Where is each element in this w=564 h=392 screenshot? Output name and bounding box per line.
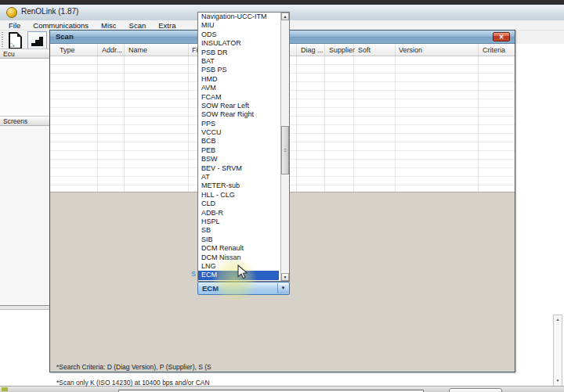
scan-window-title: Scan bbox=[56, 32, 74, 41]
app-title: RenOLink (1.87) bbox=[21, 7, 78, 16]
menu-file[interactable]: File bbox=[2, 21, 27, 30]
ecu-list-item-avm[interactable]: AVM bbox=[198, 84, 279, 92]
column-header-diag[interactable]: Diag ... bbox=[301, 46, 324, 54]
column-header-addr[interactable]: Addr... bbox=[102, 46, 122, 54]
ecu-list-item-sib[interactable]: SIB bbox=[198, 236, 279, 244]
sidebar-section-screens[interactable]: Screens bbox=[0, 116, 49, 126]
column-header-criteria[interactable]: Criteria bbox=[483, 46, 505, 54]
scan-protocol-note: *Scan only K (ISO 14230) at 10400 bps an… bbox=[56, 379, 210, 387]
page-scrollbar[interactable]: ▲ ▼ bbox=[553, 315, 562, 387]
mouse-cursor bbox=[237, 264, 249, 280]
ecu-list-item-bev-srvm[interactable]: BEV - SRVM bbox=[198, 164, 279, 173]
column-header-name[interactable]: Name bbox=[128, 46, 147, 54]
scrollbar-thumb[interactable]: ≡ bbox=[281, 126, 289, 174]
column-header-supplier[interactable]: Supplier bbox=[329, 46, 355, 54]
page-art bbox=[9, 32, 22, 49]
browse-addressing-button[interactable]: Browse... bbox=[449, 388, 502, 392]
ecu-list-item-dcm-nissan[interactable]: DCM Nissan bbox=[198, 254, 279, 262]
ecu-list-item-miu[interactable]: MIU bbox=[198, 21, 279, 30]
scroll-up-icon[interactable]: ▲ bbox=[281, 13, 289, 20]
column-separator bbox=[353, 44, 354, 192]
ecu-list-item-vccu[interactable]: VCCU bbox=[198, 128, 279, 137]
scroll-up-icon[interactable]: ▲ bbox=[554, 316, 562, 324]
screens-panel bbox=[0, 126, 50, 305]
ecu-dropdown-items: Navigation-UCC-ITMMIUODSINSULATORPSB DRB… bbox=[198, 13, 289, 280]
bottom-bar-chip bbox=[2, 387, 8, 391]
column-separator bbox=[324, 44, 325, 192]
ecu-list-item-cld[interactable]: CLD bbox=[198, 200, 279, 208]
column-separator bbox=[296, 44, 297, 192]
ecu-list-item-adb-r[interactable]: ADB-R bbox=[198, 209, 279, 218]
scroll-down-icon[interactable]: ▼ bbox=[281, 273, 289, 281]
ecu-list-item-psb-ps[interactable]: PSB PS bbox=[198, 66, 279, 74]
column-header-soft[interactable]: Soft bbox=[358, 46, 371, 54]
ecu-dropdown-list: Navigation-UCC-ITMMIUODSINSULATORPSB DRB… bbox=[197, 12, 290, 282]
ecu-list-item-dcm-renault[interactable]: DCM Renault bbox=[198, 244, 279, 253]
ecu-list-item-hll-clg[interactable]: HLL - CLG bbox=[198, 191, 279, 200]
ecu-list-item-meter-sub[interactable]: METER-sub bbox=[198, 182, 279, 190]
column-separator bbox=[478, 44, 479, 192]
ecu-list-item-sow-rear-right[interactable]: SOW Rear Right bbox=[198, 110, 279, 119]
ecu-list-item-sow-rear-left[interactable]: SOW Rear Left bbox=[198, 102, 279, 110]
ecu-list-item-navigation-ucc-itm[interactable]: Navigation-UCC-ITM bbox=[198, 13, 279, 21]
screen: RenOLink (1.87) FileCommunicationsMiscSc… bbox=[0, 0, 564, 392]
ecu-list-item-peb[interactable]: PEB bbox=[198, 146, 279, 155]
column-separator bbox=[188, 44, 189, 192]
menu-misc[interactable]: Misc bbox=[95, 21, 123, 30]
column-header-type[interactable]: Type bbox=[60, 46, 75, 54]
menu-communications[interactable]: Communications bbox=[27, 21, 95, 30]
ecu-combobox-value: ECM bbox=[202, 284, 219, 293]
menu-scan[interactable]: Scan bbox=[123, 21, 153, 30]
ecu-list-item-psb-dr[interactable]: PSB DR bbox=[198, 49, 279, 57]
ecu-list-item-bsw[interactable]: BSW bbox=[198, 155, 279, 164]
ecu-list-item-ods[interactable]: ODS bbox=[198, 31, 279, 39]
ecu-list-item-fcam[interactable]: FCAM bbox=[198, 93, 279, 102]
toolbar-gripper[interactable] bbox=[2, 32, 3, 49]
dropdown-scrollbar[interactable]: ▲ ≡ ▼ bbox=[280, 13, 289, 281]
sidebar-section-ecu[interactable]: Ecu bbox=[0, 49, 49, 59]
ecu-list-item-hmd[interactable]: HMD bbox=[198, 75, 279, 84]
chevron-down-icon[interactable]: ▼ bbox=[277, 283, 288, 293]
search-criteria-note: *Search Criteria: D (Diag Version), P (S… bbox=[56, 363, 212, 371]
occluded-label-fragment: S bbox=[191, 270, 196, 278]
column-separator bbox=[124, 44, 125, 192]
ecu-list-item-insulator[interactable]: INSULATOR bbox=[198, 39, 279, 48]
app-window-bottom-edge bbox=[0, 305, 49, 310]
ecu-list-item-sb[interactable]: SB bbox=[198, 226, 279, 235]
close-window-icon[interactable]: ✕ bbox=[493, 32, 510, 41]
column-separator bbox=[97, 44, 98, 192]
scroll-down-icon[interactable]: ▼ bbox=[554, 377, 562, 385]
ecu-panel bbox=[0, 59, 50, 116]
column-separator bbox=[395, 44, 396, 192]
ecu-list-item-hspl[interactable]: HSPL bbox=[198, 218, 279, 226]
stairs-art bbox=[31, 43, 35, 46]
ecu-list-item-bat[interactable]: BAT bbox=[198, 57, 279, 66]
app-icon bbox=[6, 7, 17, 18]
menu-extra[interactable]: Extra bbox=[152, 21, 182, 30]
ecu-combobox[interactable]: ECM ▼ bbox=[197, 282, 290, 295]
ecu-list-item-pps[interactable]: PPS bbox=[198, 120, 279, 128]
ecu-list-item-at[interactable]: AT bbox=[198, 173, 279, 182]
ecu-list-item-bcb[interactable]: BCB bbox=[198, 137, 279, 146]
column-header-version[interactable]: Version bbox=[399, 46, 422, 54]
